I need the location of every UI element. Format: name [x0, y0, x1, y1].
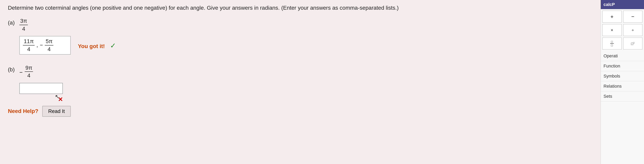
divide-button[interactable]: ÷	[623, 24, 642, 36]
part-a-label: (a)	[8, 20, 14, 26]
need-help-row: Need Help? Read It	[8, 106, 604, 117]
part-b-sign: −	[19, 69, 22, 76]
part-a-answer-box: 11π 4 , − 5π 4	[19, 36, 71, 54]
minus-button[interactable]: −	[623, 11, 642, 23]
calc-panel: calcP + − × ÷ □ □ □□ Operati Function Sy…	[600, 0, 644, 164]
calc-menu-relations[interactable]: Relations	[601, 81, 644, 91]
calc-menu-functions[interactable]: Function	[601, 61, 644, 71]
calc-buttons-row-2: × ÷	[601, 24, 644, 38]
answer-content-a: 11π 4 , − 5π 4	[23, 38, 53, 52]
plus-button[interactable]: +	[602, 11, 622, 23]
part-b-angle: 9π 4	[25, 65, 33, 79]
part-b-label: (b)	[8, 66, 14, 73]
part-a-angle: 3π 4	[19, 18, 28, 32]
calc-menu-operations[interactable]: Operati	[601, 51, 644, 61]
answer-a-sign: −	[40, 42, 43, 48]
main-content: Determine two coterminal angles (one pos…	[0, 0, 612, 164]
fraction-button[interactable]: □ □	[602, 38, 622, 50]
superscript-button[interactable]: □□	[623, 38, 642, 50]
checkmark-icon: ✓	[110, 42, 116, 50]
answer-a-frac2: 5π 4	[45, 38, 53, 52]
read-it-button[interactable]: Read It	[42, 106, 71, 117]
part-b-input-area: ↖ ✕	[19, 83, 63, 94]
calc-menu-symbols[interactable]: Symbols	[601, 71, 644, 81]
calc-buttons-row-1: + −	[601, 9, 644, 24]
instructions-text: Determine two coterminal angles (one pos…	[8, 4, 604, 12]
part-b-input[interactable]	[19, 83, 63, 94]
calc-menu-items: Operati Function Symbols Relations Sets	[601, 51, 644, 164]
calc-header: calcP	[601, 0, 644, 9]
error-icon: ✕	[58, 96, 63, 103]
times-button[interactable]: ×	[602, 24, 622, 36]
answer-a-frac1: 11π 4	[23, 38, 34, 52]
calc-menu-sets[interactable]: Sets	[601, 91, 644, 101]
need-help-label: Need Help?	[8, 108, 38, 114]
fraction-icon: □ □	[610, 40, 614, 47]
feedback-text: You got it!	[78, 43, 105, 50]
calc-buttons-row-3: □ □ □□	[601, 38, 644, 51]
superscript-icon: □□	[631, 42, 634, 46]
